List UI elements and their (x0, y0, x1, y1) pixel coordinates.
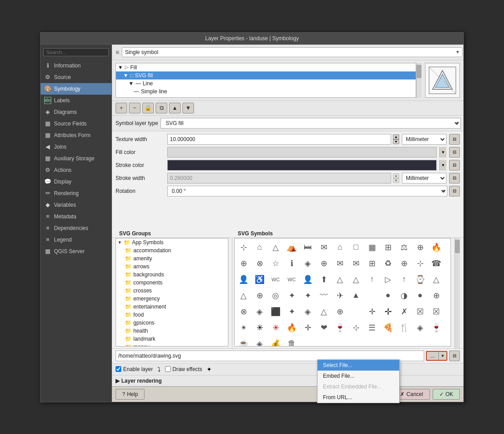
group-item-crosses[interactable]: 📁 crosses (116, 287, 228, 295)
svg-symbol-58[interactable]: ⊕ (332, 304, 348, 320)
svg-symbol-37[interactable]: ⌚ (412, 271, 428, 288)
dropdown-menu-item-from-url[interactable]: From URL... (318, 392, 399, 403)
enable-layer-checkbox-label[interactable]: Enable layer (116, 366, 153, 372)
svg-symbol-66[interactable]: ✳ (252, 320, 268, 336)
dropdown-menu-item-embed-file[interactable]: Embed File... (318, 371, 399, 381)
svg-symbol-1[interactable]: ⌂ (252, 239, 268, 255)
svg-symbol-0[interactable]: ⊹ (235, 239, 252, 255)
svg-symbol-39[interactable]: △ (235, 288, 252, 304)
svg-symbol-61[interactable]: ✛ (380, 304, 396, 320)
sidebar-item-auxiliary-storage[interactable]: ▦ Auxiliary Storage (41, 153, 112, 164)
remove-layer-button[interactable]: − (129, 103, 140, 113)
svg-symbol-38[interactable]: △ (428, 271, 444, 288)
draw-effects-checkbox-label[interactable]: Draw effects (165, 366, 202, 372)
svg-symbol-68[interactable]: 🔥 (284, 320, 300, 336)
svg-symbol-9[interactable]: ⊞ (380, 239, 396, 255)
group-item-gpsicons[interactable]: 📁 gpsicons (116, 319, 228, 327)
browse-dots-button[interactable]: ... (427, 352, 438, 360)
move-up-button[interactable]: ▲ (169, 103, 181, 113)
duplicate-layer-button[interactable]: ⧉ (156, 103, 167, 113)
svg-symbol-16[interactable]: ℹ (284, 255, 300, 271)
draw-effects-checkbox[interactable] (165, 366, 171, 372)
dropdown-menu-item-select-file[interactable]: Select File... (318, 360, 399, 371)
fill-color-dropdown-button[interactable]: ▼ (439, 147, 446, 158)
svg-symbol-21[interactable]: ⊞ (364, 255, 380, 271)
svg-symbol-31[interactable]: ⬆ (316, 271, 332, 288)
sidebar-search-input[interactable] (43, 48, 109, 56)
help-button[interactable]: ? Help (116, 389, 145, 400)
svg-symbol-44[interactable]: 〰 (316, 288, 332, 304)
sidebar-item-joins[interactable]: ◀ Joins (41, 141, 112, 153)
svg-symbol-36[interactable]: ↑ (396, 271, 412, 288)
svg-symbol-15[interactable]: ☆ (268, 255, 284, 271)
svg-symbol-79[interactable]: ◈ (252, 336, 268, 346)
svg-symbol-33[interactable]: △ (348, 271, 364, 288)
svg-symbol-50[interactable]: ● (412, 288, 428, 304)
ok-button[interactable]: ✓ OK (433, 389, 460, 400)
stroke-width-unit-select[interactable]: Millimeter (402, 173, 446, 184)
svg-symbol-14[interactable]: ⊗ (252, 255, 268, 271)
svg-symbol-12[interactable]: 🔥 (428, 239, 444, 255)
svg-symbol-55[interactable]: ✦ (284, 304, 300, 320)
group-item-entertainment[interactable]: 📁 entertainment (116, 303, 228, 311)
group-item-arrows[interactable]: 📁 arrows (116, 263, 228, 271)
svg-symbol-48[interactable]: ● (380, 288, 396, 304)
group-item-components[interactable]: 📁 components (116, 279, 228, 287)
sidebar-item-symbology[interactable]: 🎨 Symbology (41, 83, 112, 95)
svg-symbols-scrollbar[interactable] (454, 238, 460, 348)
rotation-expr-button[interactable]: ⊟ (449, 186, 460, 196)
sidebar-item-source-fields[interactable]: ▦ Source Fields (41, 118, 112, 129)
texture-width-input[interactable] (167, 134, 391, 145)
svg-symbol-42[interactable]: ✦ (284, 288, 300, 304)
svg-symbol-30[interactable]: 👤 (300, 271, 316, 288)
svg-symbol-25[interactable]: ☎ (428, 255, 444, 271)
sidebar-item-rendering[interactable]: ✏ Rendering (41, 188, 112, 199)
svg-symbol-43[interactable]: ✦ (300, 288, 316, 304)
svg-symbol-67[interactable]: ✳ (268, 320, 284, 336)
layer-rendering-arrow[interactable]: ▶ (116, 378, 120, 384)
svg-symbol-77[interactable]: 🍷 (428, 320, 444, 336)
move-down-button[interactable]: ▼ (182, 103, 194, 113)
draw-effects-settings-button[interactable]: ✦ (207, 366, 212, 373)
browse-arrow-button[interactable]: ▼ (438, 352, 446, 360)
svg-symbol-72[interactable]: ⊹ (348, 320, 364, 336)
group-item-accommodation[interactable]: 📁 accommodation (116, 246, 228, 255)
group-item-landmark[interactable]: 📁 landmark (116, 335, 228, 343)
layer-to-map-button[interactable]: ⤵ (157, 366, 161, 373)
svg-symbol-62[interactable]: ✗ (396, 304, 412, 320)
group-item-backgrounds[interactable]: 📁 backgrounds (116, 271, 228, 279)
svg-symbol-11[interactable]: ⊕ (412, 239, 428, 255)
svg-symbol-8[interactable]: ▦ (364, 239, 380, 255)
svg-symbol-78[interactable]: ☕ (235, 336, 252, 346)
svg-symbol-4[interactable]: 🛏 (300, 239, 316, 255)
texture-width-spin-up[interactable]: ▲ ▼ (393, 134, 399, 144)
stroke-color-expr-button[interactable]: ⊟ (449, 160, 460, 171)
group-item-food[interactable]: 📁 food (116, 311, 228, 319)
svg-symbol-23[interactable]: ⊕ (396, 255, 412, 271)
texture-width-expr-button[interactable]: ⊟ (449, 134, 460, 145)
enable-layer-checkbox[interactable] (116, 366, 121, 372)
svg-symbol-75[interactable]: 🍴 (396, 320, 412, 336)
lock-layer-button[interactable]: 🔒 (142, 103, 154, 113)
sidebar-item-metadata[interactable]: ≡ Metadata (41, 211, 112, 222)
texture-width-unit-select[interactable]: Millimeter (402, 134, 446, 145)
layer-tree-scrollbar[interactable] (416, 63, 421, 98)
sidebar-item-variables[interactable]: ◆ Variables (41, 199, 112, 211)
svg-symbol-34[interactable]: ↑ (364, 271, 380, 288)
svg-symbol-52[interactable]: ⊗ (235, 304, 252, 320)
svg-symbol-35[interactable]: ▷ (380, 271, 396, 288)
tree-item-svg-fill[interactable]: ▼ □ SVG fill (116, 71, 416, 79)
sidebar-item-display[interactable]: 💬 Display (41, 176, 112, 188)
svg-symbol-26[interactable]: 👤 (235, 271, 252, 288)
svg-symbol-64[interactable]: ☒ (428, 304, 444, 320)
sidebar-item-labels[interactable]: abc Labels (41, 95, 112, 106)
svg-symbol-49[interactable]: ◑ (396, 288, 412, 304)
sidebar-item-source[interactable]: ⚙ Source (41, 71, 112, 83)
svg-symbol-32[interactable]: △ (332, 271, 348, 288)
svg-symbol-76[interactable]: ◈ (412, 320, 428, 336)
svg-symbol-3[interactable]: ⛺ (284, 239, 300, 255)
symbol-layer-type-select[interactable]: SVG fill (161, 118, 461, 129)
svg-symbol-24[interactable]: ⊹ (412, 255, 428, 271)
svg-symbol-19[interactable]: ✉ (332, 255, 348, 271)
svg-symbol-71[interactable]: 🍷 (332, 320, 348, 336)
